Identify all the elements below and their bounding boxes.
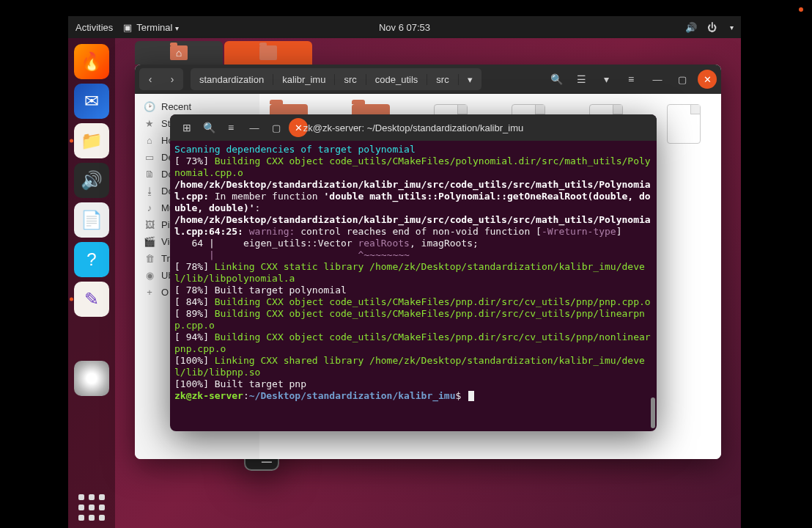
maximize-button[interactable]: ▢: [673, 70, 692, 89]
minimize-button[interactable]: —: [245, 118, 264, 137]
dock: 🔥 ✉ 📁 🔊 📄 ? ✎ >_: [68, 38, 115, 528]
dock-libreoffice[interactable]: 📄: [74, 202, 109, 238]
terminal-scrollbar[interactable]: [651, 141, 655, 428]
notification-dot: [799, 7, 803, 12]
dock-files[interactable]: 📁: [74, 123, 109, 158]
hamburger-icon[interactable]: ≡: [220, 117, 242, 139]
search-icon[interactable]: 🔍: [545, 68, 567, 90]
app-menu[interactable]: ▣Terminal▾: [123, 22, 179, 33]
breadcrumb-item[interactable]: src: [427, 74, 458, 85]
volume-icon[interactable]: 🔊: [685, 22, 697, 33]
breadcrumb-item[interactable]: kalibr_imu: [273, 74, 335, 85]
breadcrumb-item[interactable]: code_utils: [366, 74, 428, 85]
dock-thunderbird[interactable]: ✉: [74, 84, 109, 119]
system-menu-chevron[interactable]: ▾: [730, 23, 734, 32]
sidebar-item[interactable]: 🕑Recent: [135, 98, 259, 115]
breadcrumb-bar: standardization kalibr_imu src code_util…: [191, 68, 481, 90]
terminal-output[interactable]: Scanning dependencies of target polynomi…: [170, 141, 657, 431]
nav-back-button[interactable]: ‹: [139, 68, 161, 90]
dock-disc[interactable]: [74, 361, 109, 396]
nautilus-tab-home[interactable]: [135, 41, 223, 65]
file-icon[interactable]: [667, 104, 701, 144]
search-icon[interactable]: 🔍: [198, 117, 220, 139]
breadcrumb-item[interactable]: src: [335, 74, 366, 85]
clock[interactable]: Nov 6 07:53: [379, 22, 430, 33]
activities-button[interactable]: Activities: [75, 22, 113, 33]
minimize-button[interactable]: —: [648, 70, 667, 89]
view-options-chevron[interactable]: ▾: [595, 68, 617, 90]
gnome-topbar: Activities ▣Terminal▾ Nov 6 07:53 🔊 ⏻ ▾: [68, 16, 741, 38]
breadcrumb-more[interactable]: ▾: [459, 74, 481, 85]
power-icon[interactable]: ⏻: [707, 22, 717, 33]
nautilus-tabstrip: [135, 41, 314, 65]
terminal-title: zk@zk-server: ~/Desktop/standardization/…: [303, 122, 523, 133]
cursor: [468, 391, 474, 401]
new-tab-button[interactable]: ⊞: [176, 117, 198, 139]
nautilus-tab-folder[interactable]: [224, 41, 312, 65]
hamburger-icon[interactable]: ≡: [620, 68, 642, 90]
terminal-headerbar: ⊞ zk@zk-server: ~/Desktop/standardizatio…: [170, 114, 657, 141]
terminal-window: ⊞ zk@zk-server: ~/Desktop/standardizatio…: [170, 114, 657, 431]
dock-text-editor[interactable]: ✎: [74, 282, 109, 317]
close-button[interactable]: ✕: [698, 70, 717, 89]
dock-rhythmbox[interactable]: 🔊: [74, 163, 109, 198]
dock-help[interactable]: ?: [74, 242, 109, 277]
view-list-icon[interactable]: ☰: [570, 68, 592, 90]
nav-forward-button[interactable]: ›: [161, 68, 183, 90]
breadcrumb-item[interactable]: standardization: [191, 74, 273, 85]
dock-show-apps[interactable]: [74, 490, 109, 525]
maximize-button[interactable]: ▢: [267, 118, 286, 137]
dock-firefox[interactable]: 🔥: [74, 44, 109, 79]
nautilus-headerbar: ‹ › standardization kalibr_imu src code_…: [135, 65, 721, 94]
